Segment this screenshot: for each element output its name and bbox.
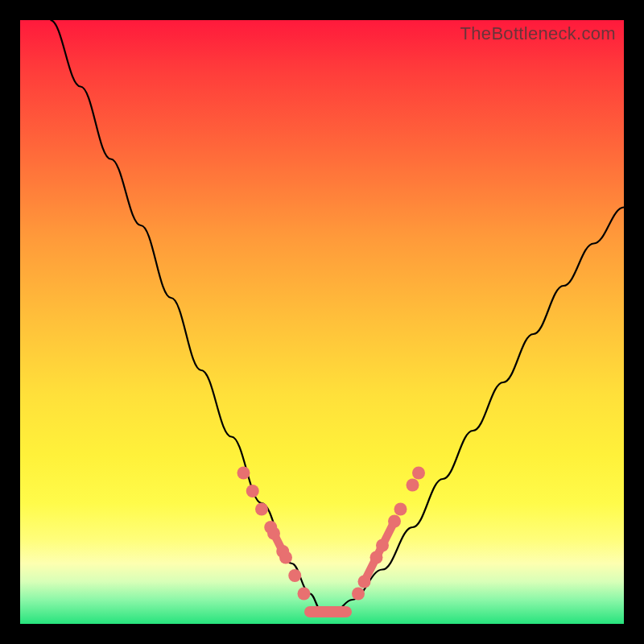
data-point-left: [298, 588, 311, 601]
data-point-right: [376, 539, 389, 552]
bottleneck-plot: [20, 20, 624, 624]
data-point-right: [407, 479, 419, 492]
data-point-left: [288, 569, 301, 582]
data-point-right: [394, 503, 407, 516]
data-point-left: [246, 485, 259, 497]
data-point-left: [255, 503, 268, 516]
bottleneck-curve: [51, 20, 625, 612]
data-point-left: [279, 551, 292, 564]
data-point-right: [412, 467, 425, 480]
data-point-left: [267, 527, 280, 540]
chart-frame: TheBottleneck.com: [20, 20, 624, 624]
data-point-left: [237, 467, 250, 480]
data-point-right: [388, 515, 401, 528]
data-point-right: [370, 551, 383, 564]
data-point-right: [352, 588, 365, 601]
data-point-right: [358, 576, 371, 588]
